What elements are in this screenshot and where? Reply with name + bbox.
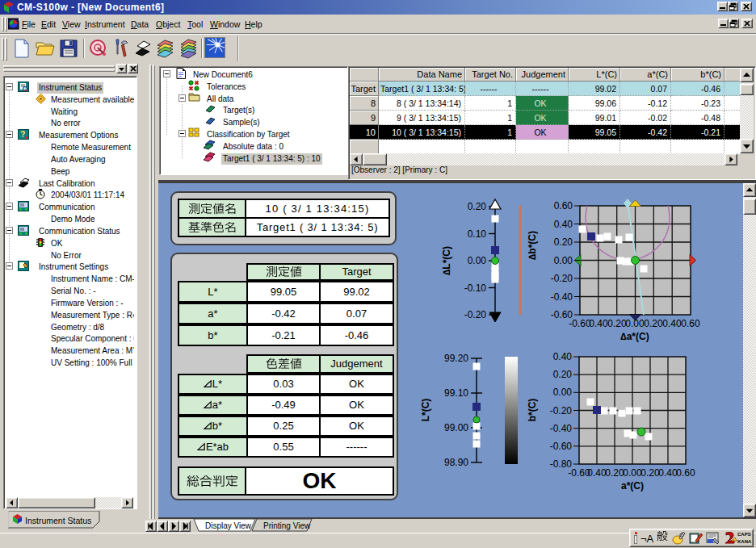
svg-text:0.00: 0.00 xyxy=(625,318,645,329)
svg-text:0.20: 0.20 xyxy=(605,467,624,479)
svg-text:0.20: 0.20 xyxy=(644,318,663,329)
svg-text:0.40: 0.40 xyxy=(662,318,682,329)
svg-text:0.20: 0.20 xyxy=(554,236,573,248)
svg-text:-0.20: -0.20 xyxy=(550,405,573,416)
svg-text:a*(C): a*(C) xyxy=(621,480,644,492)
svg-text:-0.60: -0.60 xyxy=(550,441,573,452)
svg-text:-0.60: -0.60 xyxy=(569,318,591,329)
svg-text:0.00: 0.00 xyxy=(623,467,642,479)
svg-text:0.40: 0.40 xyxy=(658,467,678,479)
svg-text:0.00: 0.00 xyxy=(553,387,573,398)
svg-text:-0.20: -0.20 xyxy=(464,309,487,320)
svg-text:0.20: 0.20 xyxy=(607,318,627,329)
svg-text:99.10: 99.10 xyxy=(444,387,468,399)
svg-text:b*(C): b*(C) xyxy=(527,399,538,422)
svg-text:0.60: 0.60 xyxy=(681,318,700,329)
svg-text:0.40: 0.40 xyxy=(554,219,573,230)
svg-text:0.60: 0.60 xyxy=(554,200,573,211)
svg-text:0.20: 0.20 xyxy=(553,369,573,380)
svg-text:Display View: Display View xyxy=(205,521,252,530)
svg-text:-0.10: -0.10 xyxy=(464,282,487,294)
svg-text:98.90: 98.90 xyxy=(444,457,468,468)
svg-text:0.60: 0.60 xyxy=(676,467,695,479)
svg-text:99.20: 99.20 xyxy=(444,353,468,364)
svg-text:-0.40: -0.40 xyxy=(551,291,573,303)
svg-text:99.00: 99.00 xyxy=(444,422,468,433)
svg-text:-0.20: -0.20 xyxy=(551,273,573,284)
svg-text:0.40: 0.40 xyxy=(589,318,608,329)
svg-text:-0.40: -0.40 xyxy=(550,423,573,434)
svg-text:L*(C): L*(C) xyxy=(420,399,431,422)
svg-text:0.40: 0.40 xyxy=(553,351,573,362)
svg-text:0.10: 0.10 xyxy=(468,228,487,240)
svg-text:0.40: 0.40 xyxy=(587,467,607,479)
svg-text:∆a*(C): ∆a*(C) xyxy=(620,331,649,342)
svg-text:∆b*(C): ∆b*(C) xyxy=(527,231,538,260)
svg-text:∆L*(C): ∆L*(C) xyxy=(441,246,452,275)
svg-text:?: ? xyxy=(20,130,25,139)
svg-text:Printing View: Printing View xyxy=(263,521,311,530)
svg-text:0.00: 0.00 xyxy=(468,255,487,266)
svg-text:0.20: 0.20 xyxy=(468,201,487,212)
svg-text:0.00: 0.00 xyxy=(554,255,573,266)
svg-text:0.20: 0.20 xyxy=(640,467,660,479)
